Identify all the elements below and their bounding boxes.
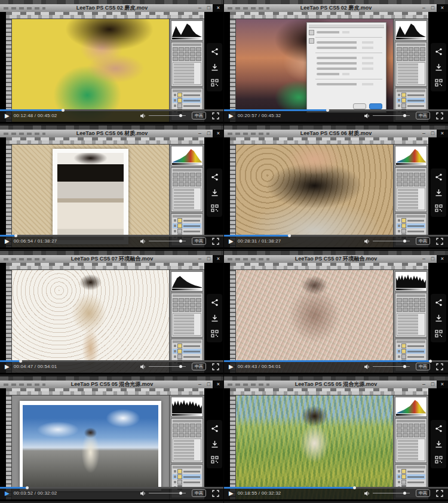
- volume-slider[interactable]: [373, 366, 410, 367]
- qrcode-icon[interactable]: [211, 204, 219, 212]
- layer-row-selected[interactable]: [397, 98, 425, 103]
- close-button[interactable]: ×: [437, 381, 448, 388]
- minimize-button[interactable]: –: [421, 256, 427, 262]
- layer-row-selected[interactable]: [173, 98, 201, 103]
- layer-row[interactable]: [397, 343, 425, 348]
- maximize-button[interactable]: □: [429, 130, 436, 137]
- progress-knob[interactable]: [429, 360, 432, 363]
- share-icon[interactable]: [435, 425, 443, 433]
- volume-slider[interactable]: [373, 493, 410, 493]
- video-viewport[interactable]: ▶ 00:28:31 / 01:38:27 中画: [224, 137, 448, 251]
- close-button[interactable]: ×: [213, 381, 224, 388]
- video-viewport[interactable]: ▶ 00:06:54 / 01:38:27 中画: [0, 137, 224, 251]
- layer-row[interactable]: [173, 469, 201, 474]
- download-icon[interactable]: [435, 189, 443, 197]
- download-icon[interactable]: [435, 440, 443, 448]
- close-button[interactable]: ×: [213, 255, 224, 263]
- close-button[interactable]: ×: [437, 4, 448, 12]
- fullscreen-button[interactable]: [212, 490, 219, 497]
- fullscreen-button[interactable]: [436, 112, 443, 119]
- volume-slider[interactable]: [373, 115, 410, 116]
- maximize-button[interactable]: □: [429, 256, 436, 262]
- share-icon[interactable]: [211, 425, 219, 433]
- quality-button[interactable]: 中画: [192, 112, 206, 119]
- fullscreen-button[interactable]: [212, 238, 219, 245]
- download-icon[interactable]: [211, 314, 219, 322]
- qrcode-icon[interactable]: [435, 456, 443, 464]
- share-icon[interactable]: [211, 48, 219, 56]
- volume-icon[interactable]: [140, 364, 146, 370]
- video-viewport[interactable]: ▶ 00:03:52 / 00:32:02 中画: [0, 388, 224, 503]
- layer-row[interactable]: [173, 103, 201, 108]
- volume-icon[interactable]: [364, 113, 370, 119]
- minimize-button[interactable]: –: [421, 5, 427, 11]
- qrcode-icon[interactable]: [435, 330, 443, 338]
- fullscreen-button[interactable]: [436, 363, 443, 370]
- video-viewport[interactable]: ▶ 00:04:47 / 00:54:01 中画: [0, 263, 224, 376]
- qrcode-icon[interactable]: [211, 79, 219, 87]
- video-player-cell[interactable]: LeeTao PS CS5 02 磨皮.mov – □ ×: [0, 0, 224, 125]
- volume-knob[interactable]: [403, 114, 406, 117]
- layer-row-selected[interactable]: [397, 349, 425, 354]
- quality-button[interactable]: 中画: [192, 489, 206, 497]
- volume-icon[interactable]: [364, 238, 370, 244]
- quality-button[interactable]: 中画: [192, 237, 206, 245]
- close-button[interactable]: ×: [213, 130, 224, 137]
- share-icon[interactable]: [435, 299, 443, 306]
- layer-row[interactable]: [397, 218, 425, 223]
- volume-icon[interactable]: [140, 238, 146, 244]
- video-player-cell[interactable]: LeeTao PS CS5 07 环境融合.mov – □ ×: [224, 251, 448, 376]
- progress-bar[interactable]: [224, 487, 448, 489]
- progress-bar[interactable]: [0, 109, 224, 111]
- maximize-button[interactable]: □: [429, 5, 436, 11]
- minimize-button[interactable]: –: [197, 5, 203, 11]
- dialog-ok-button[interactable]: [369, 103, 382, 109]
- maximize-button[interactable]: □: [205, 381, 212, 388]
- volume-knob[interactable]: [179, 240, 182, 243]
- layer-row[interactable]: [397, 93, 425, 97]
- layer-row[interactable]: [173, 93, 201, 97]
- qrcode-icon[interactable]: [211, 456, 219, 464]
- download-icon[interactable]: [211, 189, 219, 197]
- fullscreen-button[interactable]: [212, 363, 219, 370]
- dialog-cancel-button[interactable]: [353, 103, 366, 109]
- volume-knob[interactable]: [403, 240, 406, 243]
- play-button[interactable]: ▶: [5, 490, 10, 496]
- progress-bar[interactable]: [0, 487, 224, 489]
- quality-button[interactable]: 中画: [416, 112, 430, 119]
- volume-icon[interactable]: [364, 490, 370, 496]
- quality-button[interactable]: 中画: [416, 237, 430, 245]
- volume-slider[interactable]: [149, 115, 186, 116]
- volume-slider[interactable]: [149, 493, 186, 493]
- progress-bar[interactable]: [224, 109, 448, 111]
- close-button[interactable]: ×: [437, 255, 448, 263]
- progress-bar[interactable]: [224, 360, 448, 362]
- play-button[interactable]: ▶: [229, 364, 234, 370]
- volume-knob[interactable]: [179, 114, 182, 117]
- layer-row[interactable]: [173, 218, 201, 223]
- quality-button[interactable]: 中画: [416, 363, 430, 370]
- progress-knob[interactable]: [326, 109, 329, 112]
- qrcode-icon[interactable]: [435, 204, 443, 212]
- minimize-button[interactable]: –: [421, 381, 427, 388]
- layer-row[interactable]: [397, 469, 425, 474]
- quality-button[interactable]: 中画: [416, 489, 430, 497]
- volume-icon[interactable]: [140, 113, 146, 119]
- volume-slider[interactable]: [149, 366, 186, 367]
- download-icon[interactable]: [435, 63, 443, 71]
- share-icon[interactable]: [211, 299, 219, 306]
- qrcode-icon[interactable]: [211, 330, 219, 338]
- progress-knob[interactable]: [26, 486, 29, 489]
- layer-row[interactable]: [173, 480, 201, 484]
- close-button[interactable]: ×: [437, 130, 448, 137]
- layer-row-selected[interactable]: [397, 223, 425, 228]
- play-button[interactable]: ▶: [5, 238, 10, 244]
- minimize-button[interactable]: –: [197, 256, 203, 262]
- progress-bar[interactable]: [0, 235, 224, 237]
- quality-button[interactable]: 中画: [192, 363, 206, 370]
- volume-knob[interactable]: [179, 492, 182, 495]
- close-button[interactable]: ×: [213, 4, 224, 12]
- fullscreen-button[interactable]: [436, 238, 443, 245]
- layer-row[interactable]: [397, 103, 425, 108]
- maximize-button[interactable]: □: [205, 5, 212, 11]
